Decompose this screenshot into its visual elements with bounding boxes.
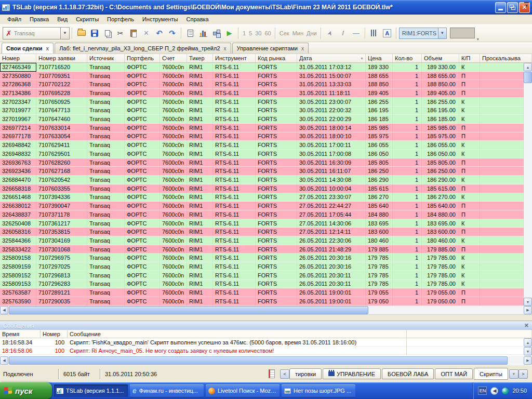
save-button[interactable] xyxy=(88,26,101,39)
task-button-2[interactable]: Livetool Поиск - Mozil... xyxy=(206,384,280,397)
open-file-button[interactable] xyxy=(75,26,88,39)
menu-item-6[interactable]: Справка xyxy=(182,15,213,23)
table-row[interactable]: 3269771787107633054TransaqФОРТС7600c0nRI… xyxy=(0,132,524,141)
table-row[interactable]: 3270199677107647460TransaqФОРТС7600c0nRI… xyxy=(0,115,524,124)
table-row[interactable]: 3266583187107603355TransaqФОРТС7600c0nRI… xyxy=(0,184,524,193)
column-header-13[interactable]: Проскальзыва xyxy=(480,54,532,62)
table-row[interactable]: 3269772147107633014TransaqФОРТС7600c0nRI… xyxy=(0,124,524,132)
unit-button-0[interactable]: Сек xyxy=(278,30,291,36)
table-row[interactable]: 3270233477107650925TransaqФОРТС7600c0nRI… xyxy=(0,98,524,107)
column-header-9[interactable]: Цена xyxy=(366,54,393,62)
table-row[interactable]: 3258091597107297025TransaqФОРТС7600c0nRI… xyxy=(0,262,524,271)
timeframe-button-30[interactable]: 30 xyxy=(254,30,263,36)
horizontal-line-tool-button[interactable]: — xyxy=(350,26,363,39)
table-row[interactable]: 3266514687107394336TransaqФОРТС7600c0nRI… xyxy=(0,193,524,202)
table-row[interactable]: 3258443667107304169TransaqФОРТС7600c0nRI… xyxy=(0,236,524,245)
table-row[interactable]: 3268844707107620542TransaqФОРТС7600c0nRI… xyxy=(0,176,524,184)
column-header-6[interactable]: Инструмент xyxy=(213,54,256,62)
document-tab-2[interactable]: Управление скриптамиx xyxy=(232,43,309,54)
paste-button[interactable] xyxy=(127,26,140,39)
column-header-12[interactable]: К/П xyxy=(459,54,480,62)
vertical-scroll-thumb[interactable] xyxy=(524,72,532,83)
close-tab-icon[interactable]: x xyxy=(301,46,304,51)
column-header-3[interactable]: Портфель xyxy=(125,54,160,62)
table-row[interactable]: 3269234367107627168TransaqФОРТС7600c0nRI… xyxy=(0,167,524,176)
unit-button-2[interactable]: Дни xyxy=(305,30,318,36)
close-tab-icon[interactable]: x xyxy=(46,46,49,51)
messages-close-icon[interactable]: ✕ xyxy=(524,322,529,329)
messages-horizontal-scrollbar[interactable]: ◀ ▶ xyxy=(0,356,532,365)
menu-item-5[interactable]: Инструменты xyxy=(138,15,182,23)
vertical-scrollbar[interactable]: ▲ ▼ xyxy=(524,63,532,306)
table-row[interactable]: 3273508807107709351TransaqФОРТС7600c0nRI… xyxy=(0,72,524,81)
tray-app-icon[interactable] xyxy=(502,388,509,394)
workspace-tab-2[interactable]: БОЕВОЙ ЛАБА xyxy=(382,368,434,379)
restore-button[interactable] xyxy=(507,2,518,13)
tray-collapse-icon[interactable]: ◀ xyxy=(490,387,498,395)
scroll-right-icon[interactable]: ▶ xyxy=(524,306,532,314)
redo-button[interactable]: ↷ xyxy=(166,26,179,39)
scroll-right-icon[interactable]: ▶ xyxy=(524,356,532,365)
task-button-0[interactable]: TSLab (версия 1.1.1... xyxy=(54,384,128,397)
cut-button[interactable]: ✂ xyxy=(114,26,127,39)
table-row[interactable]: 3257635907107290035TransaqФОРТС7600c0nRI… xyxy=(0,297,524,306)
copy-button[interactable] xyxy=(101,26,114,39)
pointer-tool-button[interactable]: ➤ xyxy=(324,26,337,39)
table-row[interactable]: 3262504087107361217TransaqФОРТС7600c0nRI… xyxy=(0,219,524,228)
table-row[interactable]: 3258091587107296975TransaqФОРТС7600c0nRI… xyxy=(0,254,524,262)
table-row[interactable]: 3269488427107629411TransaqФОРТС7600c0nRI… xyxy=(0,141,524,150)
menu-item-3[interactable]: Скрипты xyxy=(72,15,103,23)
table-row[interactable]: 3258091527107296813TransaqФОРТС7600c0nRI… xyxy=(0,271,524,280)
column-header-8[interactable]: Дата▼ xyxy=(297,54,366,62)
table-row[interactable]: 3258091537107296283TransaqФОРТС7600c0nRI… xyxy=(0,280,524,289)
column-header-4[interactable]: Счет xyxy=(160,54,187,62)
chart-button[interactable] xyxy=(197,26,210,39)
close-tab-icon[interactable]: x xyxy=(224,46,227,51)
log-notebook-icon[interactable] xyxy=(269,369,275,378)
column-header-0[interactable]: Номер xyxy=(0,54,36,62)
messages-vertical-scrollbar[interactable]: ▲ ▼ xyxy=(524,338,532,356)
scroll-left-icon[interactable]: ◀ xyxy=(0,356,8,365)
horizontal-scroll-thumb[interactable] xyxy=(9,306,368,314)
column-header-10[interactable]: Кол-во xyxy=(393,54,422,62)
unit-button-1[interactable]: Мин xyxy=(291,30,305,36)
task-button-1[interactable]: eФинам.ru - инвестиц... xyxy=(130,384,204,397)
timeframe-button-1[interactable]: 1 xyxy=(241,30,247,36)
scroll-left-icon[interactable]: ◀ xyxy=(0,306,8,314)
workspace-scroll-left-button[interactable]: < xyxy=(280,369,289,379)
workspace-scroll-right-button[interactable]: > xyxy=(518,369,528,379)
table-row[interactable]: 3272863687107702122TransaqФОРТС7600c0nRI… xyxy=(0,80,524,89)
message-column-header-2[interactable]: Сообщение xyxy=(68,330,532,338)
fibo-tool-button[interactable] xyxy=(368,26,381,39)
message-row[interactable]: 18:16:58.34100Скрипт: 'FishKa_квадро_mai… xyxy=(0,338,532,347)
table-row[interactable]: 3264388377107371178TransaqФОРТС7600c0nRI… xyxy=(0,210,524,219)
message-column-header-0[interactable]: Время xyxy=(0,330,41,338)
language-indicator[interactable]: EN xyxy=(478,387,487,395)
column-header-11[interactable]: Объем xyxy=(422,54,459,62)
workspace-tab-0[interactable]: тировки xyxy=(289,368,322,379)
start-button[interactable]: пуск xyxy=(0,382,52,399)
column-header-1[interactable]: Номер заявки xyxy=(36,54,87,62)
menu-item-2[interactable]: Вид xyxy=(53,15,72,23)
trend-line-tool-button[interactable]: / xyxy=(337,26,350,39)
transaq-connection-combo[interactable]: ✗ Transaq xyxy=(3,27,61,39)
workspace-tab-4[interactable]: Скрипты xyxy=(474,368,508,380)
tab-list-icon[interactable]: ▼ xyxy=(524,2,529,8)
menu-item-0[interactable]: Файл xyxy=(3,15,25,23)
document-tab-0[interactable]: Свои сделкиx xyxy=(2,43,54,54)
column-header-2[interactable]: Источник xyxy=(87,54,125,62)
table-row[interactable]: 3260583167107353815TransaqФОРТС7600c0nRI… xyxy=(0,228,524,236)
scroll-up-icon[interactable]: ▲ xyxy=(524,338,532,347)
diagram-button[interactable] xyxy=(210,26,223,39)
task-button-3[interactable]: Нет позы шорт.JPG ... xyxy=(282,384,355,397)
table-row[interactable]: 3270199777107647713TransaqФОРТС7600c0nRI… xyxy=(0,107,524,115)
table-row[interactable]: 3274653497107716520TransaqФОРТС7600c0nRI… xyxy=(0,63,524,72)
undo-button[interactable]: ↶ xyxy=(153,26,166,39)
table-row[interactable]: 3266380127107390047TransaqФОРТС7600c0nRI… xyxy=(0,202,524,210)
column-header-5[interactable]: Тикер xyxy=(187,54,213,62)
add-workspace-button[interactable]: + xyxy=(509,369,518,379)
delete-button[interactable]: ✕ xyxy=(140,26,153,39)
horizontal-scroll-thumb[interactable] xyxy=(9,356,508,365)
text-tool-button[interactable]: A xyxy=(381,26,394,39)
scroll-up-icon[interactable]: ▲ xyxy=(524,63,532,71)
